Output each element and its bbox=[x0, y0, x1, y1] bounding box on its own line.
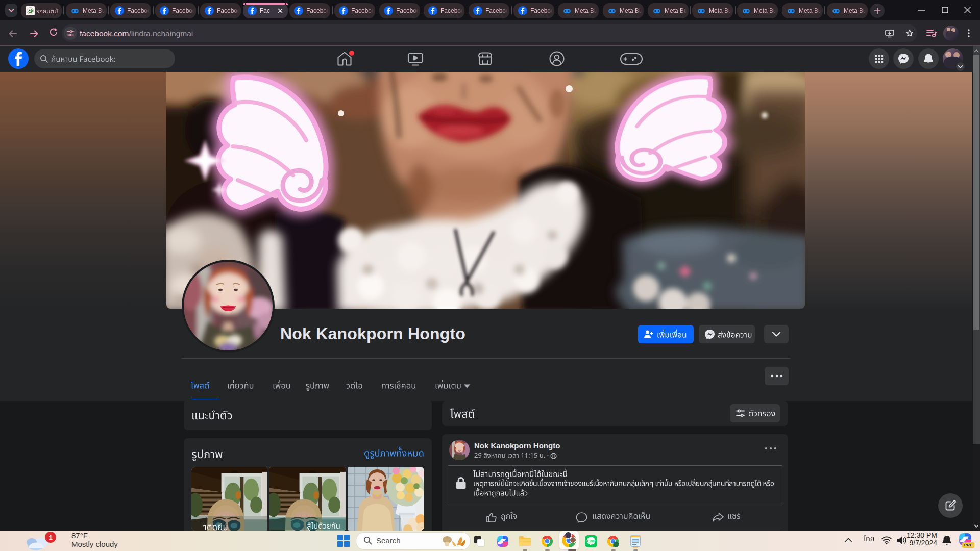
svg-text:LINE: LINE bbox=[587, 539, 595, 543]
svg-text:1: 1 bbox=[48, 534, 52, 541]
